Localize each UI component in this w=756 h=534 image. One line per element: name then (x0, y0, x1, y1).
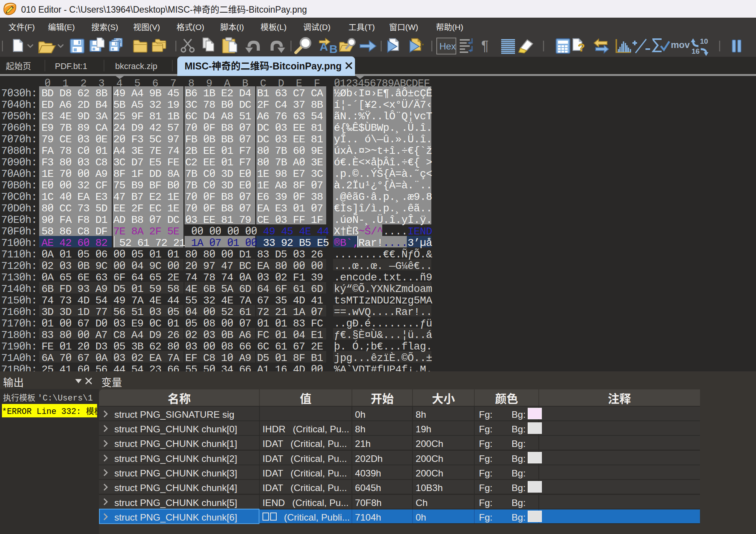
svg-text:16: 16 (692, 47, 700, 55)
svg-text:¶: ¶ (481, 38, 489, 54)
svg-text:?: ? (578, 41, 585, 54)
svg-text:Hex: Hex (439, 41, 456, 51)
svg-text:10: 10 (700, 37, 708, 45)
svg-text:B: B (329, 43, 338, 55)
svg-text:mov: mov (671, 40, 690, 50)
